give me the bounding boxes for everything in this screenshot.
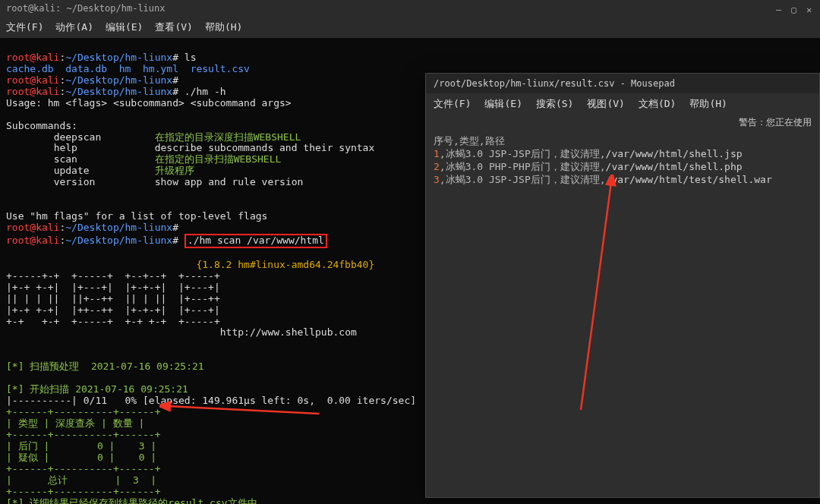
mousepad-menubar: 文件(F) 编辑(E) 搜索(S) 视图(V) 文档(D) 帮助(H): [426, 93, 819, 115]
flags-hint: Use "hm flags" for a list of top-level f…: [6, 210, 267, 222]
mousepad-titlebar: /root/Desktop/hm-liunx/result.csv - Mous…: [426, 74, 819, 93]
mp-menu-search[interactable]: 搜索(S): [536, 97, 573, 111]
prescan-line: [*] 扫描预处理 2021-07-16 09:25:21: [6, 361, 204, 372]
subcommands-header: Subcommands:: [6, 120, 77, 131]
startscan-line: [*] 开始扫描 2021-07-16 09:25:21: [6, 383, 188, 395]
csv-row: 2,冰蝎3.0 PHP-PHP后门，建议清理,/var/www/html/she…: [434, 161, 812, 174]
close-icon[interactable]: ✕: [806, 5, 814, 12]
table-header: | 类型 | 深度查杀 | 数量 |: [6, 417, 144, 429]
menu-edit[interactable]: 编辑(E): [106, 20, 143, 34]
menu-file[interactable]: 文件(F): [6, 20, 43, 34]
minimize-icon[interactable]: –: [776, 5, 784, 12]
table-row: | 疑似 | 0 | 0 |: [6, 452, 156, 463]
cmd-hm-h: ./hm -h: [184, 86, 226, 97]
window-controls: – ▢ ✕: [776, 5, 814, 12]
mp-menu-view[interactable]: 视图(V): [587, 97, 624, 111]
mp-menu-file[interactable]: 文件(F): [434, 97, 471, 111]
version-line: {1.8.2 hm#linux-amd64.24fbb40}: [196, 259, 374, 270]
table-row: | 后门 | 0 | 3 |: [6, 440, 156, 452]
menu-view[interactable]: 查看(V): [155, 20, 192, 34]
mousepad-title: /root/Desktop/hm-liunx/result.csv - Mous…: [434, 78, 675, 89]
mousepad-window[interactable]: /root/Desktop/hm-liunx/result.csv - Mous…: [425, 73, 820, 498]
maximize-icon[interactable]: ▢: [791, 5, 799, 12]
url: http://www.shellpub.com: [220, 326, 357, 338]
mp-menu-help[interactable]: 帮助(H): [689, 97, 727, 111]
menu-help[interactable]: 帮助(H): [205, 20, 242, 34]
terminal-titlebar: root@kali: ~/Desktop/hm-liunx – ▢ ✕: [0, 0, 820, 17]
mp-menu-edit[interactable]: 编辑(E): [484, 97, 522, 111]
mousepad-body[interactable]: 序号,类型,路径 1,冰蝎3.0 JSP-JSP后门，建议清理,/var/www…: [426, 131, 819, 191]
highlighted-cmd: ./hm scan /var/www/html: [184, 234, 327, 248]
progress-0: |----------| 0/11 0% [elapsed: 149.961µs…: [6, 395, 416, 406]
mp-menu-doc[interactable]: 文档(D): [639, 97, 676, 111]
csv-row: 3,冰蝎3.0 JSP-JSP后门，建议清理,/var/www/html/tes…: [434, 174, 812, 187]
saved-line: [*] 详细结果已经保存到结果路径的result.csv文件中: [6, 497, 257, 505]
ascii-art: +-----+-+ +-----+ +--+--+ +-----+: [6, 270, 220, 282]
mousepad-warning: 警告：您正在使用: [426, 115, 819, 131]
csv-row: 1,冰蝎3.0 JSP-JSP后门，建议清理,/var/www/html/she…: [434, 148, 812, 161]
prompt-user: root@kali: [6, 52, 59, 63]
csv-header: 序号,类型,路径: [434, 135, 812, 148]
usage-line: Usage: hm <flags> <subcommand> <subcomma…: [6, 97, 292, 109]
window-title: root@kali: ~/Desktop/hm-liunx: [6, 3, 166, 14]
menu-action[interactable]: 动作(A): [55, 20, 93, 34]
ls-output: cache.db data.db hm hm.yml result.csv: [6, 63, 250, 74]
cmd-ls: ls: [184, 52, 197, 63]
table-total: | 总计 | 3 |: [6, 474, 156, 486]
terminal-menubar: 文件(F) 动作(A) 编辑(E) 查看(V) 帮助(H): [0, 17, 820, 38]
